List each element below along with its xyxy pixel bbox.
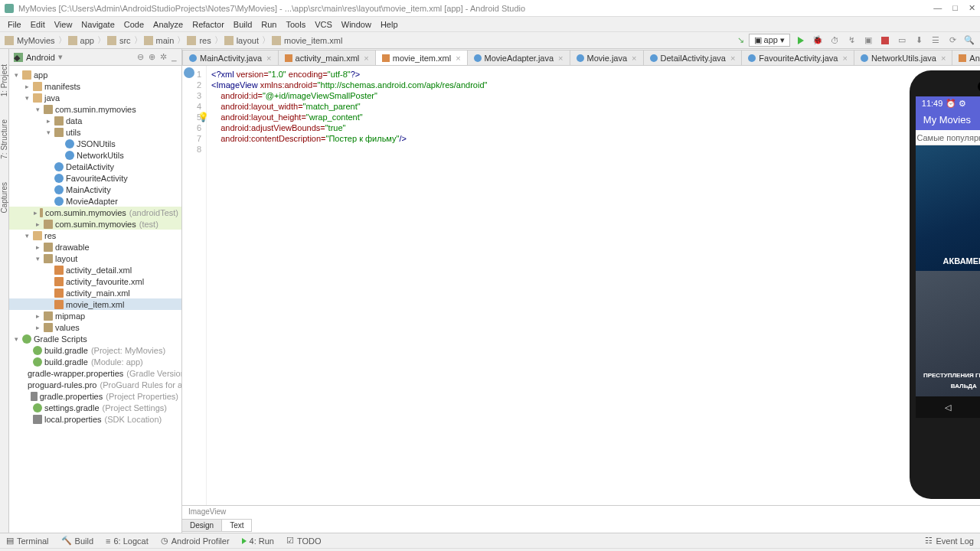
- close-icon[interactable]: ✕: [969, 3, 975, 13]
- crumb[interactable]: MyMovies: [15, 36, 57, 45]
- crumb[interactable]: app: [79, 36, 96, 45]
- tree-item[interactable]: ▸manifests: [9, 80, 181, 92]
- tree-item[interactable]: ▸com.sumin.mymovies(test): [9, 218, 181, 230]
- expand-arrow-icon[interactable]: ▸: [34, 324, 41, 331]
- tree-mode[interactable]: Android: [26, 53, 55, 62]
- expand-arrow-icon[interactable]: ▾: [44, 129, 52, 136]
- avd-button[interactable]: ▭: [896, 34, 908, 47]
- tree-item[interactable]: proguard-rules.pro(ProGuard Rules for ap…: [9, 379, 181, 390]
- tree-item[interactable]: JSONUtils: [9, 138, 181, 149]
- tree-item[interactable]: gradle-wrapper.properties(Gradle Version…: [9, 367, 181, 379]
- menu-window[interactable]: Window: [337, 20, 376, 29]
- profiler-tool[interactable]: ◷ Android Profiler: [161, 536, 230, 546]
- tab-text[interactable]: Text: [221, 519, 252, 532]
- expand-arrow-icon[interactable]: ▸: [34, 220, 41, 228]
- tree-item[interactable]: ▾app: [9, 69, 181, 80]
- expand-arrow-icon[interactable]: ▾: [12, 71, 20, 79]
- close-tab-icon[interactable]: ×: [456, 54, 460, 63]
- menu-analyze[interactable]: Analyze: [149, 20, 188, 29]
- editor-tab[interactable]: movie_item.xml×: [375, 50, 468, 65]
- tree-item[interactable]: build.gradle(Module: app): [9, 356, 181, 367]
- sync-gradle-button[interactable]: ⟳: [946, 34, 959, 47]
- crumb[interactable]: main: [155, 36, 176, 45]
- editor-tab[interactable]: DetailActivity.java×: [643, 50, 743, 65]
- attach-button[interactable]: ↯: [845, 34, 858, 47]
- close-tab-icon[interactable]: ×: [266, 54, 271, 63]
- expand-arrow-icon[interactable]: ▸: [34, 312, 41, 320]
- tree-hide-icon[interactable]: ⎯: [172, 52, 177, 62]
- expand-arrow-icon[interactable]: ▸: [23, 83, 31, 90]
- tree-item[interactable]: activity_detail.xml: [9, 264, 181, 276]
- intention-bulb-icon[interactable]: 💡: [198, 112, 209, 122]
- run-cov-button[interactable]: ▣: [862, 34, 874, 47]
- menu-refactor[interactable]: Refactor: [188, 20, 229, 29]
- run-tool[interactable]: 4: Run: [242, 536, 274, 546]
- tab-design[interactable]: Design: [181, 519, 222, 532]
- captures-tool-tab[interactable]: Captures: [0, 182, 8, 214]
- editor-tab[interactable]: Movie.java×: [570, 50, 644, 65]
- project-tool-tab[interactable]: 1: Project: [0, 64, 8, 96]
- menu-vcs[interactable]: VCS: [310, 20, 337, 29]
- close-tab-icon[interactable]: ×: [842, 54, 847, 63]
- crumb[interactable]: src: [118, 36, 132, 45]
- menu-build[interactable]: Build: [229, 20, 256, 29]
- expand-arrow-icon[interactable]: ▾: [23, 232, 31, 240]
- tree-item[interactable]: DetailActivity: [9, 161, 181, 172]
- maximize-icon[interactable]: □: [952, 3, 958, 13]
- expand-arrow-icon[interactable]: ▾: [23, 94, 31, 102]
- code-area[interactable]: <?xml version="1.0" encoding="utf-8"?> <…: [207, 66, 487, 505]
- stop-button[interactable]: [879, 34, 891, 47]
- terminal-tool[interactable]: ▤ Terminal: [6, 536, 49, 546]
- editor-tab[interactable]: activity_main.xml×: [278, 50, 376, 65]
- tree-item[interactable]: ▸data: [9, 115, 181, 126]
- tree-item[interactable]: build.gradle(Project: MyMovies): [9, 344, 181, 356]
- expand-arrow-icon[interactable]: ▾: [12, 335, 20, 343]
- run-config-select[interactable]: ▣ app ▾: [749, 34, 790, 47]
- logcat-tool[interactable]: ≡ 6: Logcat: [106, 536, 149, 546]
- menu-tools[interactable]: Tools: [281, 20, 310, 29]
- expand-arrow-icon[interactable]: ▾: [34, 106, 41, 113]
- tree-item[interactable]: local.properties(SDK Location): [9, 413, 181, 425]
- editor-tab[interactable]: MovieAdapter.java×: [467, 50, 570, 65]
- minimize-icon[interactable]: —: [933, 3, 942, 13]
- build-tool[interactable]: 🔨 Build: [61, 536, 93, 546]
- sync-icon[interactable]: ↘: [737, 35, 744, 45]
- editor-tab[interactable]: MainActivity.java×: [182, 50, 279, 65]
- menu-help[interactable]: Help: [376, 20, 403, 29]
- tree-item[interactable]: NetworkUtils: [9, 149, 181, 161]
- tree-item[interactable]: gradle.properties(Project Properties): [9, 390, 181, 402]
- run-button[interactable]: [795, 34, 807, 47]
- inspection-icon[interactable]: [184, 67, 194, 78]
- close-tab-icon[interactable]: ×: [632, 54, 636, 63]
- tree-mode-arrow-icon[interactable]: ▾: [58, 52, 63, 62]
- sdk-button[interactable]: ⬇: [913, 34, 925, 47]
- todo-tool[interactable]: ☑ TODO: [286, 536, 322, 546]
- expand-arrow-icon[interactable]: ▸: [44, 117, 52, 125]
- tree-item[interactable]: ▾java: [9, 92, 181, 103]
- expand-arrow-icon[interactable]: ▸: [34, 243, 41, 251]
- editor-tab[interactable]: FavouriteActivity.java×: [741, 50, 854, 65]
- struct-button[interactable]: ☰: [929, 34, 942, 47]
- tree-item[interactable]: ▾res: [9, 230, 181, 241]
- tree-item[interactable]: movie_item.xml: [9, 298, 181, 310]
- search-icon[interactable]: 🔍: [963, 34, 975, 47]
- crumb[interactable]: movie_item.xml: [283, 36, 344, 45]
- menu-run[interactable]: Run: [256, 20, 281, 29]
- debug-button[interactable]: 🐞: [812, 34, 824, 47]
- tree-settings-icon[interactable]: ✲: [160, 52, 167, 62]
- editor-tab[interactable]: NetworkUtils.java×: [854, 50, 952, 65]
- close-tab-icon[interactable]: ×: [941, 54, 946, 63]
- crumb[interactable]: layout: [235, 36, 260, 45]
- expand-arrow-icon[interactable]: ▸: [34, 209, 38, 217]
- tree-item[interactable]: ▸mipmap: [9, 310, 181, 321]
- tree-item[interactable]: ▸values: [9, 321, 181, 333]
- editor-tab[interactable]: AndroidManifest.xml×: [952, 50, 980, 65]
- tree-item[interactable]: MovieAdapter: [9, 195, 181, 207]
- structure-tool-tab[interactable]: 7: Structure: [0, 119, 8, 159]
- close-tab-icon[interactable]: ×: [730, 54, 735, 63]
- profile-button[interactable]: ⏱: [828, 34, 841, 47]
- tree-item[interactable]: ▾com.sumin.mymovies: [9, 103, 181, 115]
- poster[interactable]: АКВАМЕН: [916, 145, 980, 271]
- tree-item[interactable]: ▸com.sumin.mymovies(androidTest): [9, 207, 181, 218]
- close-tab-icon[interactable]: ×: [558, 54, 563, 63]
